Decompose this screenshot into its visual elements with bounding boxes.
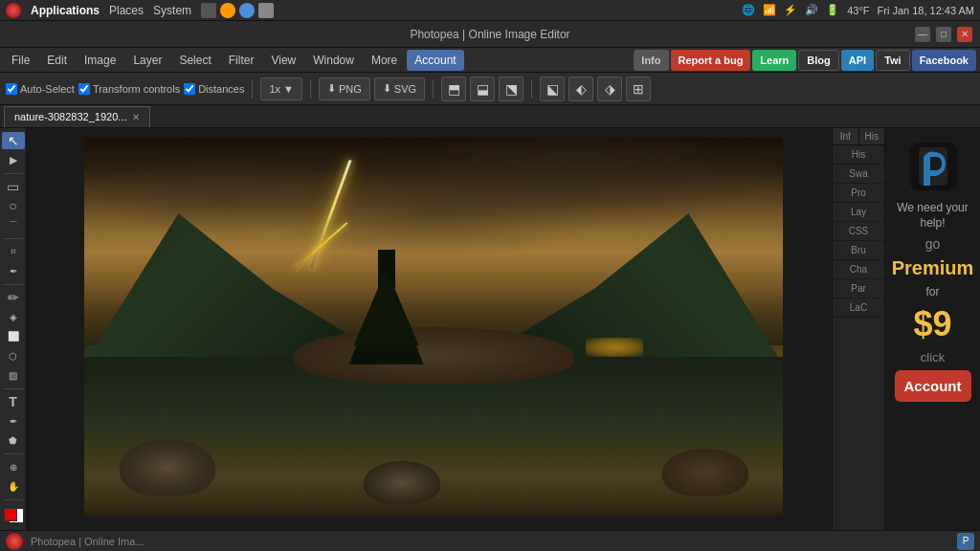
align-center-button[interactable]: ⬓ <box>470 77 495 101</box>
os-icon-3[interactable] <box>258 3 274 18</box>
auto-select-checkbox[interactable]: Auto-Select <box>6 83 75 95</box>
tool-rect-select[interactable]: ▭ <box>2 178 25 195</box>
panel-tab-lac[interactable]: LaC <box>833 298 884 318</box>
tool-gradient[interactable]: ▨ <box>2 366 25 384</box>
menu-bar: File Edit Image Layer Select Filter View… <box>0 48 980 73</box>
tree-main <box>378 250 395 364</box>
panel-tab-his[interactable]: His <box>833 145 884 165</box>
transform-controls-checkbox[interactable]: Transform controls <box>78 83 180 95</box>
badge-blog[interactable]: Blog <box>798 50 838 71</box>
panel-header-his[interactable]: His <box>859 128 885 144</box>
os-places-menu[interactable]: Places <box>109 4 144 17</box>
os-system-menu[interactable]: System <box>153 4 191 17</box>
status-icon: P <box>957 533 974 550</box>
os-bluetooth-icon: ⚡ <box>784 4 797 16</box>
menu-select[interactable]: Select <box>171 50 218 71</box>
toolbar-sep-2 <box>310 79 311 99</box>
menu-view[interactable]: View <box>263 50 303 71</box>
os-applications-menu[interactable]: Applications <box>31 4 100 17</box>
menu-image[interactable]: Image <box>77 50 123 71</box>
close-button[interactable]: ✕ <box>957 27 972 42</box>
badge-twi[interactable]: Twi <box>876 50 910 71</box>
badge-facebook[interactable]: Facebook <box>912 50 976 71</box>
maximize-button[interactable]: □ <box>936 27 951 42</box>
tool-move[interactable]: ↖ <box>2 132 25 149</box>
os-temperature: 43°F <box>847 5 869 16</box>
panel-tab-css[interactable]: CSS <box>833 222 884 241</box>
zoom-select[interactable]: 1x ▼ <box>260 77 302 100</box>
os-datetime: Fri Jan 18, 12:43 AM <box>878 5 975 16</box>
badge-api[interactable]: API <box>841 50 874 71</box>
distances-checkbox[interactable]: Distances <box>184 83 244 95</box>
menu-filter[interactable]: Filter <box>221 50 262 71</box>
align-middle-button[interactable]: ⬖ <box>568 77 593 101</box>
menu-window[interactable]: Window <box>305 50 362 71</box>
color-swatch[interactable] <box>4 508 23 522</box>
panel-tab-pro[interactable]: Pro <box>833 184 884 203</box>
tool-ellipse-select[interactable]: ○ <box>2 197 25 214</box>
ad-premium-text: Premium <box>892 257 974 279</box>
menu-account[interactable]: Account <box>407 50 463 71</box>
align-bottom-button[interactable]: ⬗ <box>597 77 622 101</box>
os-logo <box>6 3 21 18</box>
tool-sep-1 <box>4 173 23 174</box>
tool-crop[interactable]: ⌗ <box>2 243 25 260</box>
ad-price-text: $9 <box>913 304 951 344</box>
os-network-icon: 🌐 <box>742 4 755 16</box>
tabs-bar: nature-3082832_1920... ✕ <box>0 105 980 128</box>
align-top-button[interactable]: ⬕ <box>540 77 565 101</box>
foreground-color[interactable] <box>4 508 17 521</box>
tool-shape[interactable]: ⬟ <box>2 432 25 450</box>
right-panel: Inf His His Swa Pro Lay CSS Bru Cha Par … <box>832 128 884 530</box>
status-logo <box>6 533 23 550</box>
panel-tab-cha[interactable]: Cha <box>833 260 884 279</box>
badge-info[interactable]: Info <box>634 50 668 71</box>
tool-eraser[interactable]: ⬜ <box>2 328 25 345</box>
download-png-button[interactable]: ⬇ PNG <box>319 77 370 100</box>
tool-brush[interactable]: ✏ <box>2 289 25 306</box>
tool-fill[interactable]: ⬡ <box>2 347 25 364</box>
toolbar-sep-4 <box>531 79 532 99</box>
ad-go-text: go <box>925 236 941 252</box>
tab-nature-image[interactable]: nature-3082832_1920... ✕ <box>4 106 150 127</box>
distribute-button[interactable]: ⊞ <box>626 77 651 101</box>
canvas-area[interactable] <box>27 128 832 530</box>
panel-tab-swa[interactable]: Swa <box>833 165 884 184</box>
main-layout: ↖ ▶ ▭ ○ ⌒ ⌗ ✒ ✏ ◈ ⬜ ⬡ ▨ T ✒ ⬟ ⊕ ✋ <box>0 128 980 530</box>
tab-close-icon[interactable]: ✕ <box>132 112 140 122</box>
panel-tabs: His Swa Pro Lay CSS Bru Cha Par LaC <box>833 145 884 318</box>
tool-sep-5 <box>4 453 23 454</box>
warm-light <box>586 338 643 357</box>
menu-edit[interactable]: Edit <box>39 50 75 71</box>
os-icon-1[interactable] <box>201 3 216 18</box>
menu-layer[interactable]: Layer <box>125 50 169 71</box>
badge-learn[interactable]: Learn <box>752 50 796 71</box>
tool-eyedropper[interactable]: ✒ <box>2 262 25 279</box>
central-rocks <box>294 327 573 384</box>
menu-file[interactable]: File <box>4 50 37 71</box>
os-icon-chrome[interactable] <box>239 3 255 18</box>
tool-text[interactable]: T <box>2 393 25 410</box>
tool-sep-6 <box>4 499 23 500</box>
tool-stamp[interactable]: ◈ <box>2 308 25 325</box>
panel-tab-par[interactable]: Par <box>833 279 884 298</box>
tool-pointer[interactable]: ▶ <box>2 151 25 168</box>
os-icon-firefox[interactable] <box>220 3 235 18</box>
align-right-button[interactable]: ⬔ <box>499 77 523 101</box>
os-battery-icon: 🔋 <box>826 4 839 16</box>
toolbar-sep-1 <box>252 79 253 99</box>
panel-tab-lay[interactable]: Lay <box>833 203 884 222</box>
tool-sep-4 <box>4 388 23 389</box>
badge-report-bug[interactable]: Report a bug <box>671 50 751 71</box>
download-svg-button[interactable]: ⬇ SVG <box>374 77 425 100</box>
ad-account-button[interactable]: Account <box>895 370 971 402</box>
tool-zoom[interactable]: ⊕ <box>2 458 25 475</box>
tool-pen[interactable]: ✒ <box>2 412 25 430</box>
minimize-button[interactable]: — <box>915 27 930 42</box>
tool-lasso[interactable]: ⌒ <box>2 217 25 234</box>
tool-hand[interactable]: ✋ <box>2 477 25 495</box>
panel-header-inf[interactable]: Inf <box>833 128 859 144</box>
panel-tab-bru[interactable]: Bru <box>833 241 884 260</box>
align-left-button[interactable]: ⬒ <box>441 77 466 101</box>
menu-more[interactable]: More <box>364 50 405 71</box>
